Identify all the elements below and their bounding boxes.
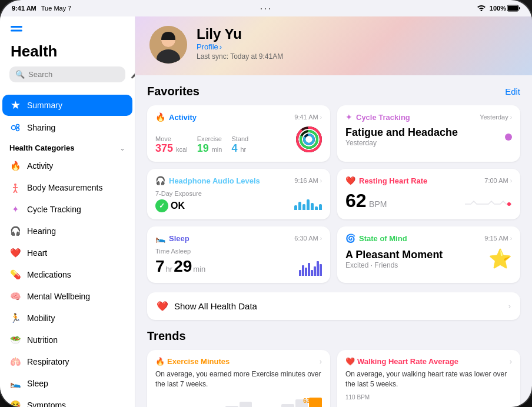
sidebar-item-sleep[interactable]: 🛌 Sleep	[2, 373, 132, 394]
profile-sync: Last sync: Today at 9:41AM	[197, 52, 518, 61]
headphone-card-icon: 🎧	[155, 176, 165, 185]
cycle-card-icon: ✦	[345, 112, 353, 122]
exercise-trend-icon: 🔥	[155, 357, 165, 366]
mind-card-header: 🌀 State of Mind 9:15 AM ›	[345, 233, 512, 243]
mind-card-icon: 🌀	[345, 233, 355, 243]
status-right: 100%	[477, 4, 520, 12]
walking-trend-header: ❤️ Walking Heart Rate Average ›	[345, 357, 512, 366]
edit-button[interactable]: Edit	[505, 86, 520, 96]
search-bar[interactable]: 🔍 🎤	[9, 66, 125, 82]
show-all-chevron-icon: ›	[508, 302, 511, 311]
walking-trend-card[interactable]: ❤️ Walking Heart Rate Average › On avera…	[337, 350, 520, 407]
cycle-title-row: ✦ Cycle Tracking	[345, 112, 410, 122]
bar-1	[294, 205, 297, 210]
mobility-icon: 🏃	[9, 312, 21, 324]
mind-card-title: State of Mind	[359, 234, 407, 243]
walking-trend-title: ❤️ Walking Heart Rate Average	[345, 357, 458, 366]
exercise-trend-chevron: ›	[320, 357, 322, 366]
svg-point-22	[507, 202, 511, 206]
mic-icon[interactable]: 🎤	[131, 71, 135, 79]
search-input[interactable]	[28, 70, 127, 79]
move-unit: kcal	[176, 146, 188, 153]
activity-card[interactable]: 🔥 Activity 9:41 AM › Move	[147, 105, 330, 162]
svg-rect-2	[11, 26, 22, 28]
mind-card[interactable]: 🌀 State of Mind 9:15 AM › A Pleasant Mom…	[337, 226, 520, 283]
headphone-card-title: Headphone Audio Levels	[169, 176, 260, 185]
sleep-hours: 7	[155, 257, 165, 276]
sleep-card[interactable]: 🛌 Sleep 6:30 AM › Time Asleep	[147, 226, 330, 283]
svg-point-5	[16, 125, 19, 128]
sleep-label-val: Time Asleep 7 hr 29 min	[155, 248, 205, 276]
categories-chevron: ⌄	[119, 144, 125, 152]
symptoms-icon: 🤒	[9, 399, 21, 407]
profile-chevron-icon: ›	[220, 42, 222, 51]
walking-trend-icon: ❤️	[345, 357, 355, 366]
exercise-trend-chart: 63 min	[155, 398, 322, 407]
headphone-card-header: 🎧 Headphone Audio Levels 9:16 AM ›	[155, 176, 322, 185]
heart-content: 62 BPM	[345, 190, 512, 212]
nav-sharing[interactable]: Sharing	[2, 117, 132, 138]
activity-icon: 🔥	[9, 160, 21, 172]
ok-checkmark-icon: ✓	[155, 199, 168, 212]
sidebar-menu-icon[interactable]	[9, 24, 24, 38]
sidebar-item-nutrition[interactable]: 🥗 Nutrition	[2, 329, 132, 351]
exercise-top-label: 63 min	[303, 398, 322, 404]
sleep-hr-unit: hr	[166, 265, 173, 273]
heart-rate-chart	[465, 192, 512, 210]
sidebar-item-hearing[interactable]: 🎧 Hearing	[2, 221, 132, 242]
exercise-trend-card[interactable]: 🔥 Exercise Minutes › On average, you ear…	[147, 350, 330, 407]
battery-icon: 100%	[490, 5, 520, 12]
sidebar-item-heart[interactable]: ❤️ Heart	[2, 242, 132, 263]
exercise-metric: Exercise 19 min	[197, 135, 222, 155]
profile-name: Lily Yu	[197, 26, 518, 42]
sleep-label: Sleep	[27, 379, 48, 388]
sleep-title-row: 🛌 Sleep	[155, 233, 189, 243]
headphone-bar-chart	[294, 192, 322, 210]
heartrate-card-header: ❤️ Resting Heart Rate 7:00 AM ›	[345, 176, 512, 185]
body-icon	[9, 182, 21, 194]
show-all-button[interactable]: ❤️ Show All Health Data ›	[147, 292, 520, 320]
profile-link[interactable]: Profile ›	[197, 42, 518, 51]
activity-title-row: 🔥 Activity	[155, 112, 197, 122]
sidebar-item-respiratory[interactable]: 🫁 Respiratory	[2, 351, 132, 372]
heartrate-values: 62 BPM	[345, 190, 387, 212]
svg-rect-1	[508, 6, 518, 11]
categories-list: 🔥 Activity Body Measurements ✦ Cycle Tra…	[0, 155, 135, 407]
sidebar-item-activity[interactable]: 🔥 Activity	[2, 155, 132, 176]
mind-main: A Pleasant Moment	[345, 249, 443, 261]
headphone-card[interactable]: 🎧 Headphone Audio Levels 9:16 AM › 7-Day…	[147, 169, 330, 219]
sidebar-item-medications[interactable]: 💊 Medications	[2, 264, 132, 285]
status-time: 9:41 AM	[12, 5, 36, 12]
status-date: Tue May 7	[41, 5, 72, 12]
sidebar-item-cycle[interactable]: ✦ Cycle Tracking	[2, 199, 132, 220]
ok-badge: ✓ OK	[155, 199, 202, 212]
heartrate-card[interactable]: ❤️ Resting Heart Rate 7:00 AM › 62	[337, 169, 520, 219]
headphone-content: 7-Day Exposure ✓ OK	[155, 190, 322, 212]
exercise-trend-header: 🔥 Exercise Minutes ›	[155, 357, 322, 366]
sidebar-item-mobility[interactable]: 🏃 Mobility	[2, 308, 132, 329]
categories-title: Health Categories	[9, 144, 75, 152]
favorites-grid: 🔥 Activity 9:41 AM › Move	[147, 105, 520, 283]
cycle-sub: Yesterday	[345, 139, 458, 147]
sharing-icon	[9, 122, 21, 134]
sidebar-item-body[interactable]: Body Measurements	[2, 177, 132, 198]
bar-3	[302, 204, 305, 210]
categories-header[interactable]: Health Categories ⌄	[0, 139, 135, 155]
cycle-card[interactable]: ✦ Cycle Tracking Yesterday › Fatigue and…	[337, 105, 520, 162]
mental-icon: 🧠	[9, 291, 21, 302]
heartrate-card-icon: ❤️	[345, 176, 355, 185]
sidebar-icons-row	[9, 24, 125, 38]
symptoms-label: Symptoms	[27, 401, 66, 407]
exercise-trend-title: 🔥 Exercise Minutes	[155, 357, 230, 366]
sidebar-item-mental[interactable]: 🧠 Mental Wellbeing	[2, 286, 132, 307]
mind-title-row: 🌀 State of Mind	[345, 233, 407, 243]
sleep-label: Time Asleep	[155, 248, 205, 255]
status-bar: 9:41 AM Tue May 7 ··· 100%	[0, 0, 532, 16]
nav-summary[interactable]: Summary	[2, 95, 132, 116]
sleep-card-icon: 🛌	[155, 233, 165, 243]
cycle-card-title: Cycle Tracking	[356, 113, 410, 122]
medications-label: Medications	[27, 270, 71, 279]
activity-metrics: Move 375 kcal Exercise 19 min	[155, 126, 322, 155]
walking-line-chart	[345, 402, 512, 407]
sidebar-item-symptoms[interactable]: 🤒 Symptoms	[2, 395, 132, 407]
